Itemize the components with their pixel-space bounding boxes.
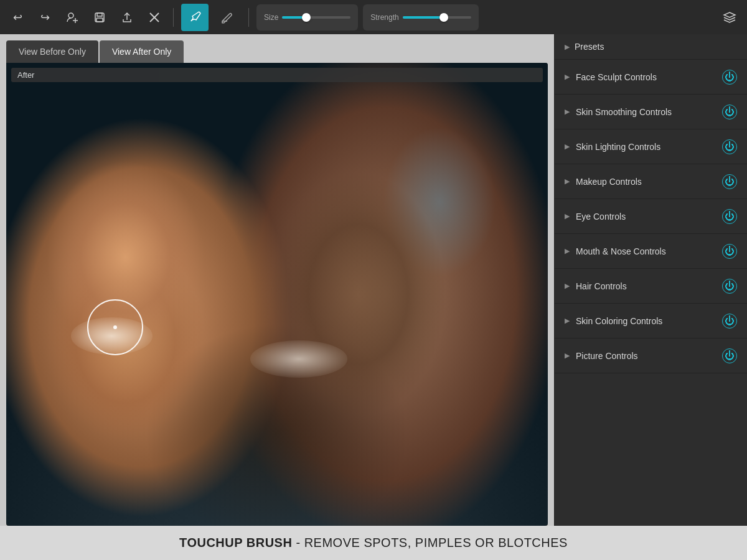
skin-coloring-label: Skin Coloring Controls	[576, 316, 662, 326]
caption-normal: - REMOVE SPOTS, PIMPLES OR BLOTCHES	[292, 536, 568, 549]
hair-chevron: ▶	[565, 282, 570, 290]
face-sculpt-chevron: ▶	[565, 73, 570, 81]
mouth-nose-chevron: ▶	[565, 247, 570, 255]
share-button[interactable]	[116, 6, 138, 29]
close-button[interactable]	[143, 6, 166, 29]
skin-smoothing-label: Skin Smoothing Controls	[576, 107, 672, 117]
hair-label: Hair Controls	[576, 281, 627, 291]
caption-text: TOUCHUP BRUSH - REMOVE SPOTS, PIMPLES OR…	[179, 536, 568, 550]
main-area: View Before Only View After Only After ▶…	[0, 34, 747, 526]
canvas-container[interactable]: After	[6, 63, 548, 526]
strength-slider[interactable]	[403, 16, 471, 19]
smile-detail-2	[250, 340, 348, 378]
face-sculpt-label: Face Sculpt Controls	[576, 72, 657, 82]
eye-label: Eye Controls	[576, 212, 626, 222]
skin-lighting-label: Skin Lighting Controls	[576, 142, 660, 152]
eye-power-button[interactable]: ⏻	[722, 209, 737, 224]
after-badge: After	[11, 68, 543, 82]
sidebar-item-eye[interactable]: ▶ Eye Controls ⏻	[555, 199, 747, 234]
layers-button[interactable]	[718, 6, 741, 29]
brush-tool-button[interactable]	[181, 4, 209, 31]
skin-coloring-power-button[interactable]: ⏻	[722, 314, 737, 329]
skin-lighting-chevron: ▶	[565, 142, 570, 151]
presets-label: Presets	[575, 42, 604, 52]
smile-detail	[71, 317, 153, 355]
view-tabs: View Before Only View After Only	[6, 40, 548, 63]
hair-power-button[interactable]: ⏻	[722, 279, 737, 294]
makeup-label: Makeup Controls	[576, 177, 642, 187]
sidebar-item-mouth-nose[interactable]: ▶ Mouth & Nose Controls ⏻	[555, 234, 747, 269]
skin-coloring-chevron: ▶	[565, 317, 570, 325]
svg-rect-4	[97, 13, 102, 16]
sidebar-item-face-sculpt[interactable]: ▶ Face Sculpt Controls ⏻	[555, 60, 747, 95]
size-slider[interactable]	[282, 16, 350, 19]
canvas-area: View Before Only View After Only After	[0, 34, 554, 526]
svg-point-0	[68, 13, 73, 18]
strength-slider-group: Strength	[363, 4, 478, 30]
sidebar-item-hair[interactable]: ▶ Hair Controls ⏻	[555, 269, 747, 304]
sidebar-item-makeup[interactable]: ▶ Makeup Controls ⏻	[555, 164, 747, 199]
svg-rect-5	[96, 18, 103, 22]
redo-button[interactable]: ↪	[34, 6, 56, 29]
undo-button[interactable]: ↩	[6, 6, 29, 29]
makeup-power-button[interactable]: ⏻	[722, 174, 737, 189]
sidebar-item-skin-coloring[interactable]: ▶ Skin Coloring Controls ⏻	[555, 304, 747, 338]
sidebar-item-skin-lighting[interactable]: ▶ Skin Lighting Controls ⏻	[555, 129, 747, 164]
picture-power-button[interactable]: ⏻	[722, 348, 737, 363]
makeup-chevron: ▶	[565, 177, 570, 185]
presets-row[interactable]: ▶ Presets	[555, 34, 747, 60]
photo-detail-layer	[6, 63, 548, 526]
toolbar-divider-2	[248, 8, 249, 27]
eraser-tool-button[interactable]	[214, 4, 241, 31]
skin-smoothing-power-button[interactable]: ⏻	[722, 105, 737, 119]
skin-lighting-power-button[interactable]: ⏻	[722, 139, 737, 154]
size-slider-group: Size	[256, 4, 358, 30]
caption-bold: TOUCHUP BRUSH	[179, 536, 292, 549]
toolbar: ↩ ↪	[0, 0, 747, 34]
sidebar-item-picture[interactable]: ▶ Picture Controls ⏻	[555, 338, 747, 373]
toolbar-divider-1	[173, 8, 174, 27]
strength-label: Strength	[370, 13, 398, 22]
sidebar: ▶ Presets ▶ Face Sculpt Controls ⏻ ▶ Ski…	[554, 34, 747, 526]
size-label: Size	[264, 13, 278, 22]
view-before-tab[interactable]: View Before Only	[6, 40, 98, 63]
save-button[interactable]	[88, 6, 111, 29]
view-after-tab[interactable]: View After Only	[100, 40, 184, 63]
picture-chevron: ▶	[565, 352, 570, 360]
add-person-button[interactable]	[61, 6, 83, 29]
mouth-nose-power-button[interactable]: ⏻	[722, 244, 737, 259]
skin-smoothing-chevron: ▶	[565, 108, 570, 116]
picture-label: Picture Controls	[576, 351, 638, 361]
bottom-caption: TOUCHUP BRUSH - REMOVE SPOTS, PIMPLES OR…	[0, 526, 747, 560]
mouth-nose-label: Mouth & Nose Controls	[576, 246, 666, 256]
face-sculpt-power-button[interactable]: ⏻	[722, 70, 737, 85]
presets-chevron: ▶	[565, 43, 570, 51]
sidebar-item-skin-smoothing[interactable]: ▶ Skin Smoothing Controls ⏻	[555, 95, 747, 129]
eye-chevron: ▶	[565, 212, 570, 220]
